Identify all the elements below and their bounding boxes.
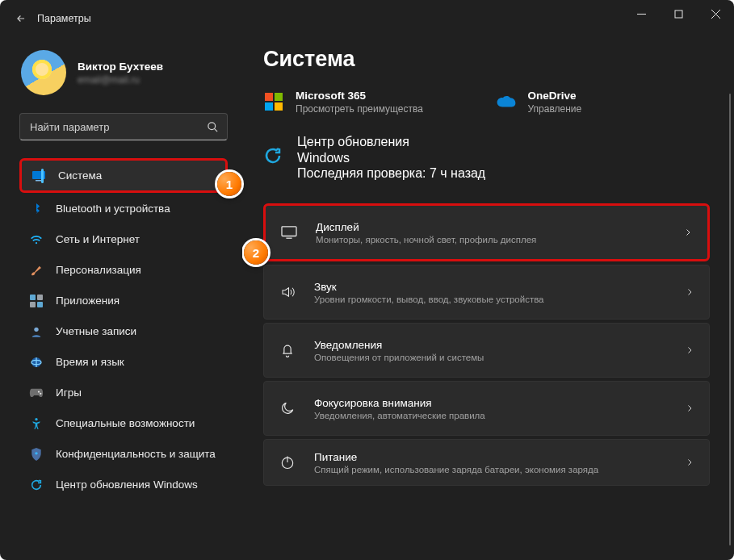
arrow-left-icon [15,13,27,24]
bell-icon [279,341,296,359]
sidebar-item-accounts[interactable]: Учетные записи [19,316,228,346]
update-icon [263,146,286,169]
svg-point-19 [35,418,37,420]
sidebar-item-label: Специальные возможности [56,417,195,429]
svg-rect-12 [37,302,43,307]
tile-title: Microsoft 365 [296,90,423,102]
svg-rect-7 [36,180,42,182]
card-sub: Уведомления, автоматические правила [314,411,667,420]
card-title: Питание [314,451,667,463]
card-sub: Оповещения от приложений и системы [314,353,667,362]
tile-onedrive[interactable]: OneDrive Управление [496,90,717,115]
minimize-icon [637,10,646,19]
system-icon [31,169,46,183]
display-icon [280,224,298,241]
sidebar-item-label: Bluetooth и устройства [56,203,170,215]
sidebar-item-time-language[interactable]: Время и язык [19,347,228,377]
settings-list: Дисплей Мониторы, яркость, ночной свет, … [263,203,716,486]
card-display[interactable]: Дисплей Мониторы, яркость, ночной свет, … [263,203,710,261]
wifi-icon [29,232,44,247]
sound-icon [279,283,296,301]
sidebar-item-label: Игры [56,387,82,399]
card-sub: Спящий режим, использование заряда батар… [314,465,667,474]
svg-point-17 [38,391,40,392]
card-title: Уведомления [314,339,667,351]
titlebar: Параметры [0,0,734,37]
minimize-button[interactable] [623,0,660,27]
card-title: Звук [314,281,667,293]
svg-line-5 [214,128,217,132]
sidebar-item-label: Сеть и Интернет [56,233,140,245]
tile-sub: Последняя проверка: 7 ч назад [297,166,485,181]
brush-icon [29,263,44,278]
svg-rect-6 [32,171,45,179]
nav-list: Система 1 Bluetooth и устройства Сеть и … [19,158,228,499]
app-title: Параметры [37,13,91,24]
tile-microsoft365[interactable]: Microsoft 365 Просмотреть преимущества [263,90,484,115]
card-sub: Мониторы, яркость, ночной свет, профиль … [316,235,665,244]
svg-rect-24 [275,102,283,111]
card-sub: Уровни громкости, вывод, ввод, звуковые … [314,295,667,304]
sidebar: Виктор Бухтеев email@mail.ru Система 1 B… [0,37,242,560]
search-icon [207,121,219,133]
sidebar-item-system[interactable]: Система 1 [19,158,228,193]
sidebar-item-label: Центр обновления Windows [56,479,198,491]
svg-point-20 [35,452,37,454]
scrollbar[interactable] [729,94,731,545]
update-icon [29,478,44,492]
card-notifications[interactable]: Уведомления Оповещения от приложений и с… [263,323,710,378]
annotation-step-2: 2 [244,240,268,265]
sidebar-item-personalization[interactable]: Персонализация [19,255,228,285]
account-icon [29,324,44,339]
user-block[interactable]: Виктор Бухтеев email@mail.ru [19,45,228,100]
search-input[interactable] [28,120,193,134]
svg-rect-1 [675,10,682,18]
user-name: Виктор Бухтеев [78,61,163,73]
avatar [21,50,66,95]
card-sound[interactable]: Звук Уровни громкости, вывод, ввод, звук… [263,265,710,320]
sidebar-item-label: Конфиденциальность и защита [56,448,216,460]
card-power[interactable]: Питание Спящий режим, использование заря… [263,439,710,486]
svg-point-13 [34,327,38,331]
accessibility-icon [29,416,44,431]
svg-rect-23 [265,102,273,111]
apps-icon [29,294,44,308]
sidebar-item-bluetooth[interactable]: Bluetooth и устройства [19,194,228,224]
maximize-button[interactable] [660,0,697,27]
svg-rect-10 [37,295,43,300]
chevron-right-icon [685,345,694,356]
svg-point-8 [36,242,37,244]
search-box[interactable] [19,113,228,140]
tile-title: Центр обновления Windows [297,134,434,166]
svg-rect-21 [265,93,273,101]
sidebar-item-gaming[interactable]: Игры [19,378,228,407]
games-icon [29,386,44,400]
sidebar-item-accessibility[interactable]: Специальные возможности [19,408,228,438]
shield-icon [29,447,44,462]
sidebar-item-windows-update[interactable]: Центр обновления Windows [19,470,228,499]
sidebar-item-privacy[interactable]: Конфиденциальность и защита [19,439,228,469]
maximize-icon [674,10,683,19]
tile-windows-update[interactable]: Центр обновления Windows Последняя прове… [263,134,716,181]
sidebar-item-network[interactable]: Сеть и Интернет [19,224,228,254]
chevron-right-icon [685,286,694,298]
svg-rect-22 [275,93,283,101]
card-focus-assist[interactable]: Фокусировка внимания Уведомления, автома… [263,381,710,436]
onedrive-icon [496,91,517,112]
ms365-icon [263,91,284,112]
moon-icon [279,399,296,417]
svg-rect-25 [282,227,296,236]
sidebar-item-label: Система [58,169,102,182]
back-button[interactable] [6,4,36,33]
annotation-step-1: 1 [217,172,241,196]
svg-rect-11 [30,302,36,307]
window-controls [623,0,734,27]
close-button[interactable] [697,0,734,27]
chevron-right-icon [683,227,693,238]
sidebar-item-apps[interactable]: Приложения [19,286,228,316]
card-title: Дисплей [316,221,665,233]
tile-sub: Просмотреть преимущества [296,103,423,115]
chevron-right-icon [685,403,694,414]
sidebar-item-label: Время и язык [56,356,124,368]
page-title: Система [263,47,716,72]
